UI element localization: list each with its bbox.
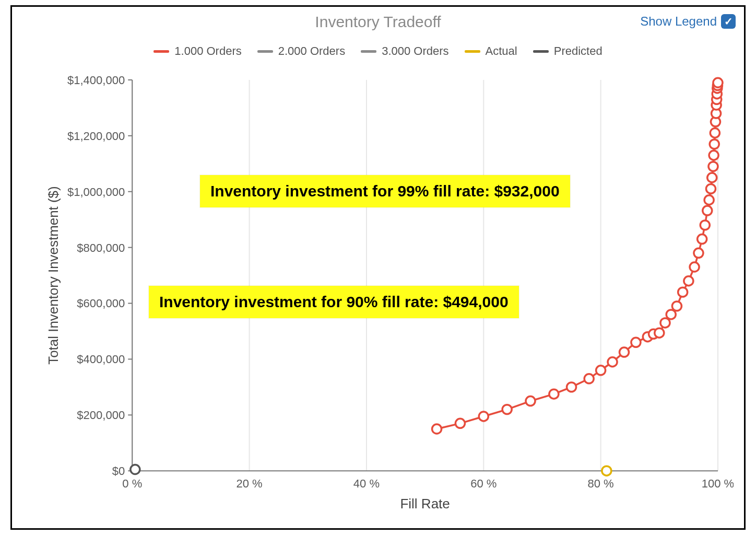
- svg-point-54: [698, 235, 707, 244]
- svg-point-41: [608, 357, 617, 367]
- svg-point-34: [479, 412, 488, 421]
- svg-text:$1,000,000: $1,000,000: [67, 185, 125, 199]
- svg-point-60: [708, 162, 718, 171]
- legend-item[interactable]: 3.000 Orders: [361, 44, 448, 58]
- svg-point-36: [526, 397, 535, 406]
- svg-point-50: [678, 287, 688, 297]
- svg-text:20 %: 20 %: [236, 477, 262, 490]
- legend-label: Predicted: [554, 44, 603, 58]
- svg-point-73: [131, 465, 140, 474]
- legend-item[interactable]: 2.000 Orders: [257, 44, 345, 58]
- svg-point-72: [602, 466, 611, 475]
- svg-point-57: [704, 195, 714, 205]
- svg-point-47: [660, 318, 670, 328]
- svg-text:80 %: 80 %: [588, 477, 614, 490]
- checkbox-icon: ✓: [721, 14, 736, 29]
- legend-swatch: [465, 50, 480, 53]
- svg-point-42: [619, 347, 629, 357]
- svg-point-39: [584, 374, 594, 383]
- legend-item[interactable]: Predicted: [533, 44, 603, 58]
- svg-point-33: [455, 418, 465, 428]
- svg-point-32: [432, 424, 442, 434]
- svg-point-35: [502, 405, 512, 414]
- callout-99: Inventory investment for 99% fill rate: …: [200, 175, 570, 207]
- legend-swatch: [361, 50, 376, 53]
- show-legend-label: Show Legend: [640, 14, 717, 29]
- svg-point-51: [684, 276, 693, 286]
- callout-90: Inventory investment for 90% fill rate: …: [149, 286, 519, 318]
- show-legend-toggle[interactable]: Show Legend ✓: [640, 14, 736, 29]
- legend-label: 1.000 Orders: [174, 44, 241, 58]
- svg-point-37: [549, 389, 559, 399]
- svg-text:Total Inventory Investment ($): Total Inventory Investment ($): [45, 186, 61, 364]
- svg-point-49: [672, 301, 681, 311]
- svg-text:Fill Rate: Fill Rate: [400, 496, 450, 511]
- svg-point-63: [710, 129, 719, 138]
- svg-text:$600,000: $600,000: [77, 297, 125, 310]
- svg-point-71: [713, 78, 723, 87]
- chart-legend: 1.000 Orders 2.000 Orders 3.000 Orders A…: [12, 44, 744, 58]
- svg-text:$400,000: $400,000: [77, 353, 125, 366]
- svg-text:$0: $0: [112, 464, 125, 478]
- legend-swatch: [153, 50, 169, 53]
- svg-point-43: [631, 338, 641, 347]
- legend-item[interactable]: Actual: [465, 44, 517, 58]
- legend-label: Actual: [486, 44, 517, 58]
- svg-point-59: [707, 173, 717, 182]
- svg-text:100 %: 100 %: [702, 477, 734, 490]
- svg-point-62: [710, 139, 719, 149]
- svg-point-55: [700, 220, 710, 230]
- svg-point-38: [567, 382, 576, 392]
- svg-point-48: [666, 310, 676, 319]
- svg-point-58: [706, 184, 715, 193]
- svg-point-46: [655, 328, 664, 338]
- svg-point-40: [596, 366, 606, 375]
- legend-swatch: [533, 50, 549, 53]
- chart-card: Inventory Tradeoff Show Legend ✓ 1.000 O…: [10, 5, 746, 530]
- svg-text:$1,400,000: $1,400,000: [67, 74, 125, 87]
- legend-swatch: [257, 50, 273, 53]
- svg-point-61: [709, 150, 718, 160]
- chart-title: Inventory Tradeoff: [12, 13, 744, 31]
- svg-text:$1,200,000: $1,200,000: [67, 130, 125, 143]
- legend-item[interactable]: 1.000 Orders: [153, 44, 241, 58]
- svg-text:60 %: 60 %: [470, 477, 497, 490]
- legend-label: 3.000 Orders: [382, 44, 448, 58]
- svg-point-56: [703, 206, 712, 215]
- svg-text:40 %: 40 %: [353, 477, 380, 490]
- legend-label: 2.000 Orders: [278, 44, 345, 58]
- svg-text:0 %: 0 %: [122, 477, 142, 490]
- svg-text:$800,000: $800,000: [77, 241, 125, 254]
- svg-point-53: [694, 248, 703, 258]
- svg-text:$200,000: $200,000: [77, 409, 125, 422]
- svg-point-52: [690, 262, 699, 272]
